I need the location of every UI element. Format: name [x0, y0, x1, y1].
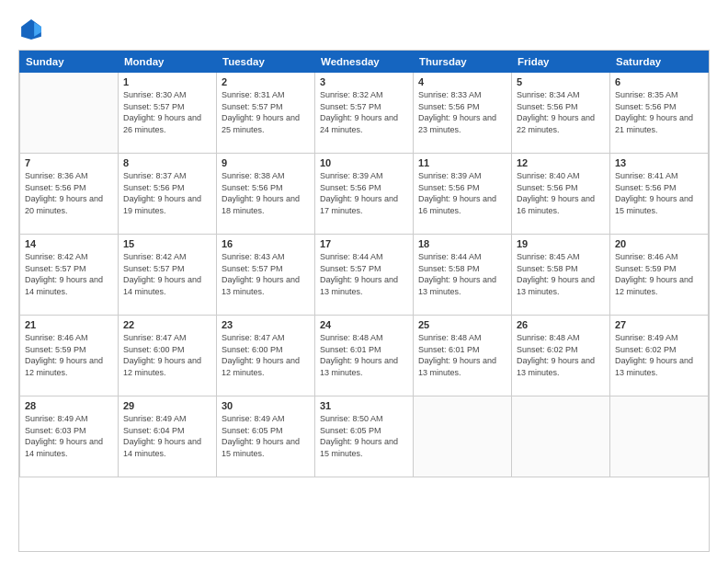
day-number: 6 — [615, 76, 703, 87]
day-info: Sunrise: 8:42 AMSunset: 5:57 PMDaylight:… — [123, 251, 211, 297]
day-of-week-header: Wednesday — [315, 52, 414, 73]
day-info: Sunrise: 8:41 AMSunset: 5:56 PMDaylight:… — [615, 170, 703, 216]
calendar-cell: 17Sunrise: 8:44 AMSunset: 5:57 PMDayligh… — [315, 235, 414, 316]
calendar-cell: 25Sunrise: 8:48 AMSunset: 6:01 PMDayligh… — [414, 316, 512, 396]
day-number: 20 — [615, 238, 703, 249]
day-info: Sunrise: 8:46 AMSunset: 5:59 PMDaylight:… — [25, 332, 113, 378]
day-info: Sunrise: 8:33 AMSunset: 5:56 PMDaylight:… — [418, 89, 506, 135]
day-of-week-header: Sunday — [20, 52, 119, 73]
day-number: 22 — [123, 319, 211, 330]
day-info: Sunrise: 8:49 AMSunset: 6:03 PMDaylight:… — [25, 413, 113, 459]
calendar-cell: 26Sunrise: 8:48 AMSunset: 6:02 PMDayligh… — [512, 316, 610, 396]
day-info: Sunrise: 8:34 AMSunset: 5:56 PMDaylight:… — [517, 89, 605, 135]
header — [18, 17, 710, 42]
day-number: 14 — [25, 238, 113, 249]
day-number: 15 — [123, 238, 211, 249]
calendar-cell: 6Sunrise: 8:35 AMSunset: 5:56 PMDaylight… — [610, 73, 709, 154]
day-info: Sunrise: 8:31 AMSunset: 5:57 PMDaylight:… — [222, 89, 310, 135]
calendar-cell: 18Sunrise: 8:44 AMSunset: 5:58 PMDayligh… — [414, 235, 512, 316]
calendar-cell — [610, 396, 709, 477]
calendar: SundayMondayTuesdayWednesdayThursdayFrid… — [18, 50, 710, 552]
calendar-cell: 27Sunrise: 8:49 AMSunset: 6:02 PMDayligh… — [610, 316, 709, 396]
day-info: Sunrise: 8:44 AMSunset: 5:57 PMDaylight:… — [320, 251, 408, 297]
day-number: 3 — [320, 76, 408, 87]
calendar-cell: 31Sunrise: 8:50 AMSunset: 6:05 PMDayligh… — [315, 396, 414, 477]
day-number: 7 — [25, 157, 113, 168]
day-info: Sunrise: 8:36 AMSunset: 5:56 PMDaylight:… — [25, 170, 113, 216]
calendar-cell — [20, 73, 119, 154]
day-info: Sunrise: 8:42 AMSunset: 5:57 PMDaylight:… — [25, 251, 113, 297]
day-info: Sunrise: 8:40 AMSunset: 5:56 PMDaylight:… — [517, 170, 605, 216]
day-number: 5 — [517, 76, 605, 87]
calendar-cell: 20Sunrise: 8:46 AMSunset: 5:59 PMDayligh… — [610, 235, 709, 316]
day-info: Sunrise: 8:48 AMSunset: 6:01 PMDaylight:… — [320, 332, 408, 378]
day-info: Sunrise: 8:47 AMSunset: 6:00 PMDaylight:… — [222, 332, 310, 378]
calendar-cell: 5Sunrise: 8:34 AMSunset: 5:56 PMDaylight… — [512, 73, 610, 154]
day-number: 27 — [615, 319, 703, 330]
calendar-cell: 29Sunrise: 8:49 AMSunset: 6:04 PMDayligh… — [119, 396, 217, 477]
day-number: 2 — [222, 76, 310, 87]
day-info: Sunrise: 8:50 AMSunset: 6:05 PMDaylight:… — [320, 413, 408, 459]
day-number: 8 — [123, 157, 211, 168]
day-number: 18 — [418, 238, 506, 249]
day-of-week-header: Monday — [119, 52, 217, 73]
day-of-week-header: Thursday — [414, 52, 512, 73]
calendar-cell: 19Sunrise: 8:45 AMSunset: 5:58 PMDayligh… — [512, 235, 610, 316]
day-number: 1 — [123, 76, 211, 87]
day-number: 26 — [517, 319, 605, 330]
day-number: 17 — [320, 238, 408, 249]
calendar-cell — [414, 396, 512, 477]
logo — [18, 17, 48, 42]
day-info: Sunrise: 8:30 AMSunset: 5:57 PMDaylight:… — [123, 89, 211, 135]
calendar-cell: 24Sunrise: 8:48 AMSunset: 6:01 PMDayligh… — [315, 316, 414, 396]
calendar-cell: 13Sunrise: 8:41 AMSunset: 5:56 PMDayligh… — [610, 154, 709, 235]
calendar-cell: 1Sunrise: 8:30 AMSunset: 5:57 PMDaylight… — [119, 73, 217, 154]
day-info: Sunrise: 8:49 AMSunset: 6:04 PMDaylight:… — [123, 413, 211, 459]
calendar-cell: 8Sunrise: 8:37 AMSunset: 5:56 PMDaylight… — [119, 154, 217, 235]
day-info: Sunrise: 8:32 AMSunset: 5:57 PMDaylight:… — [320, 89, 408, 135]
day-number: 9 — [222, 157, 310, 168]
calendar-cell: 7Sunrise: 8:36 AMSunset: 5:56 PMDaylight… — [20, 154, 119, 235]
calendar-cell: 21Sunrise: 8:46 AMSunset: 5:59 PMDayligh… — [20, 316, 119, 396]
day-number: 16 — [222, 238, 310, 249]
calendar-cell — [512, 396, 610, 477]
logo-icon — [18, 17, 44, 42]
day-number: 12 — [517, 157, 605, 168]
calendar-header: SundayMondayTuesdayWednesdayThursdayFrid… — [20, 52, 709, 73]
day-of-week-header: Friday — [512, 52, 610, 73]
day-number: 10 — [320, 157, 408, 168]
day-number: 30 — [222, 400, 310, 411]
calendar-cell: 12Sunrise: 8:40 AMSunset: 5:56 PMDayligh… — [512, 154, 610, 235]
day-info: Sunrise: 8:43 AMSunset: 5:57 PMDaylight:… — [222, 251, 310, 297]
day-info: Sunrise: 8:44 AMSunset: 5:58 PMDaylight:… — [418, 251, 506, 297]
day-number: 24 — [320, 319, 408, 330]
day-of-week-header: Saturday — [610, 52, 709, 73]
day-number: 21 — [25, 319, 113, 330]
calendar-cell: 3Sunrise: 8:32 AMSunset: 5:57 PMDaylight… — [315, 73, 414, 154]
calendar-cell: 4Sunrise: 8:33 AMSunset: 5:56 PMDaylight… — [414, 73, 512, 154]
day-info: Sunrise: 8:37 AMSunset: 5:56 PMDaylight:… — [123, 170, 211, 216]
day-info: Sunrise: 8:46 AMSunset: 5:59 PMDaylight:… — [615, 251, 703, 297]
day-info: Sunrise: 8:48 AMSunset: 6:02 PMDaylight:… — [517, 332, 605, 378]
day-info: Sunrise: 8:38 AMSunset: 5:56 PMDaylight:… — [222, 170, 310, 216]
day-number: 11 — [418, 157, 506, 168]
day-info: Sunrise: 8:39 AMSunset: 5:56 PMDaylight:… — [320, 170, 408, 216]
day-info: Sunrise: 8:39 AMSunset: 5:56 PMDaylight:… — [418, 170, 506, 216]
day-info: Sunrise: 8:49 AMSunset: 6:02 PMDaylight:… — [615, 332, 703, 378]
calendar-cell: 9Sunrise: 8:38 AMSunset: 5:56 PMDaylight… — [217, 154, 315, 235]
calendar-cell: 16Sunrise: 8:43 AMSunset: 5:57 PMDayligh… — [217, 235, 315, 316]
day-info: Sunrise: 8:35 AMSunset: 5:56 PMDaylight:… — [615, 89, 703, 135]
day-number: 23 — [222, 319, 310, 330]
calendar-cell: 15Sunrise: 8:42 AMSunset: 5:57 PMDayligh… — [119, 235, 217, 316]
day-info: Sunrise: 8:49 AMSunset: 6:05 PMDaylight:… — [222, 413, 310, 459]
day-info: Sunrise: 8:47 AMSunset: 6:00 PMDaylight:… — [123, 332, 211, 378]
day-number: 25 — [418, 319, 506, 330]
day-number: 4 — [418, 76, 506, 87]
calendar-cell: 30Sunrise: 8:49 AMSunset: 6:05 PMDayligh… — [217, 396, 315, 477]
day-number: 31 — [320, 400, 408, 411]
day-of-week-header: Tuesday — [217, 52, 315, 73]
day-number: 19 — [517, 238, 605, 249]
calendar-cell: 2Sunrise: 8:31 AMSunset: 5:57 PMDaylight… — [217, 73, 315, 154]
calendar-cell: 10Sunrise: 8:39 AMSunset: 5:56 PMDayligh… — [315, 154, 414, 235]
calendar-cell: 23Sunrise: 8:47 AMSunset: 6:00 PMDayligh… — [217, 316, 315, 396]
